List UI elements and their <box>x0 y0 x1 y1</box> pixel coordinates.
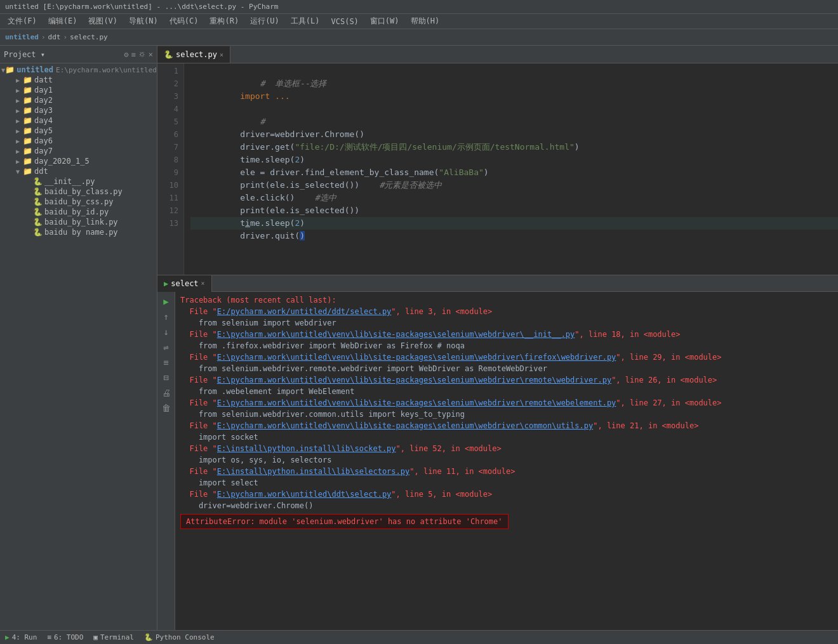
day7-icon: 📁 <box>23 147 32 155</box>
tab-label: select.py <box>176 50 217 59</box>
ddt-arrow: ▼ <box>13 168 23 175</box>
tab-close-button[interactable]: × <box>220 51 223 58</box>
ln-4: 4 <box>157 103 178 115</box>
sidebar-item-baidu-class[interactable]: ▶ 🐍 baidu_by_class.py <box>0 187 157 197</box>
run-status-icon: ▶ <box>5 633 10 641</box>
run-print-btn[interactable]: 🖨 <box>159 386 173 400</box>
output-line-1: Traceback (most recent call last): <box>180 294 833 306</box>
sidebar-item-day4[interactable]: ▶ 📁 day4 <box>0 115 157 126</box>
baidu-link-icon: 🐍 <box>33 218 43 227</box>
breadcrumb-folder[interactable]: ddt <box>48 33 61 41</box>
editor-tab-bar: 🐍 select.py × <box>157 46 838 63</box>
status-python-console[interactable]: 🐍 Python Console <box>144 633 215 641</box>
run-icon: ▶ <box>164 279 168 288</box>
sidebar-item-day2020[interactable]: ▶ 📁 day_2020_1_5 <box>0 156 157 166</box>
code-content[interactable]: # 单选框--选择 import ... # driver=webdriver.… <box>184 63 838 275</box>
sidebar-item-day7[interactable]: ▶ 📁 day7 <box>0 146 157 156</box>
run-play-btn[interactable]: ▶ <box>159 294 173 308</box>
menu-window[interactable]: 窗口(W) <box>365 15 404 28</box>
sidebar-item-day6[interactable]: ▶ 📁 day6 <box>0 136 157 146</box>
run-trash-btn[interactable]: 🗑 <box>159 401 173 415</box>
output-line-10: File "E:\pycharm.work\untitled\venv\lib\… <box>180 397 833 409</box>
sidebar-item-baidu-name[interactable]: ▶ 🐍 baidu by name.py <box>0 227 157 237</box>
output-line-13: import socket <box>180 431 833 443</box>
breadcrumb-file[interactable]: select.py <box>70 33 108 41</box>
output-line-18: File "E:\pycharm.work\untitled\ddt\selec… <box>180 489 833 500</box>
run-down-btn[interactable]: ↓ <box>159 325 173 339</box>
menu-vcs[interactable]: VCS(S) <box>326 16 364 27</box>
menu-code[interactable]: 代码(C) <box>164 15 204 28</box>
menu-nav[interactable]: 导航(N) <box>124 15 163 28</box>
run-tab-label: select <box>171 279 198 288</box>
run-tab-select[interactable]: ▶ select × <box>157 275 212 292</box>
todo-icon: ≡ <box>47 633 51 641</box>
status-run[interactable]: ▶ 4: Run <box>5 633 37 641</box>
close-sidebar-icon[interactable]: × <box>149 50 153 59</box>
day3-icon: 📁 <box>23 106 32 115</box>
root-arrow: ▼ <box>1 67 6 74</box>
menu-tools[interactable]: 工具(L) <box>286 15 325 28</box>
menu-run[interactable]: 运行(U) <box>245 15 284 28</box>
sidebar-item-baidu-link[interactable]: ▶ 🐍 baidu_by_link.py <box>0 217 157 227</box>
ddt-folder-icon: 📁 <box>23 167 32 176</box>
run-tab-close[interactable]: × <box>201 280 205 287</box>
datt-icon: 📁 <box>23 76 32 84</box>
day3-arrow: ▶ <box>13 107 23 114</box>
baidu-css-label: baidu_by_css.py <box>44 197 113 206</box>
output-line-8: File "E:\pycharm.work\untitled\venv\lib\… <box>180 374 833 386</box>
run-wrap-btn[interactable]: ⇌ <box>159 340 173 354</box>
ln-2: 2 <box>157 77 178 90</box>
ln-5: 5 <box>157 115 178 128</box>
day4-arrow: ▶ <box>13 117 23 124</box>
sidebar-item-ddt[interactable]: ▼ 📁 ddt <box>0 166 157 176</box>
menu-file[interactable]: 文件(F) <box>3 15 42 28</box>
baidu-class-label: baidu_by_class.py <box>44 187 123 196</box>
sidebar-item-day2[interactable]: ▶ 📁 day2 <box>0 95 157 105</box>
main-area: Project ▾ ⚙ ≡ ⛭ × ▼ 📁 untitled E:\pychar… <box>0 46 838 630</box>
output-line-12: File "E:\pycharm.work\untitled\venv\lib\… <box>180 420 833 431</box>
day2-icon: 📁 <box>23 96 32 105</box>
gear-icon[interactable]: ⛭ <box>138 50 146 59</box>
tab-icon: 🐍 <box>164 50 173 59</box>
sidebar-item-day1[interactable]: ▶ 📁 day1 <box>0 85 157 95</box>
filter-icon[interactable]: ≡ <box>131 50 136 59</box>
breadcrumb-project[interactable]: untitled <box>5 33 39 41</box>
sidebar-item-datt[interactable]: ▶ 📁 datt <box>0 75 157 85</box>
code-editor[interactable]: 1 2 3 4 5 6 7 8 9 10 11 12 13 # 单选框--选择 <box>157 63 838 275</box>
output-line-6: File "E:\pycharm.work\untitled\venv\lib\… <box>180 352 833 363</box>
terminal-icon: ▣ <box>93 633 98 641</box>
run-filter-btn[interactable]: ⊟ <box>159 371 173 384</box>
tree-root[interactable]: ▼ 📁 untitled E:\pycharm.work\untitled <box>0 65 157 75</box>
output-line-2: File "E:/pycharm.work/untitled/ddt/selec… <box>180 306 833 317</box>
status-todo[interactable]: ≡ 6: TODO <box>47 633 83 641</box>
output-line-3: from selenium import webdriver <box>180 317 833 329</box>
day6-label: day6 <box>34 136 53 145</box>
day1-icon: 📁 <box>23 86 32 95</box>
run-output: Traceback (most recent call last): File … <box>175 292 838 630</box>
menu-refactor[interactable]: 重构(R) <box>204 15 244 28</box>
root-folder-icon: 📁 <box>5 65 15 74</box>
project-label: Project ▾ <box>4 50 121 59</box>
output-line-15: import os, sys, io, selectors <box>180 454 833 466</box>
run-lines-btn[interactable]: ≡ <box>159 355 173 369</box>
ln-9: 9 <box>157 166 178 179</box>
datt-arrow: ▶ <box>13 77 23 84</box>
sidebar-item-day5[interactable]: ▶ 📁 day5 <box>0 126 157 136</box>
sidebar-item-baidu-css[interactable]: ▶ 🐍 baidu_by_css.py <box>0 197 157 207</box>
breadcrumb-sep2: › <box>63 33 67 41</box>
sidebar-item-init[interactable]: ▶ 🐍 __init__.py <box>0 176 157 187</box>
baidu-css-icon: 🐍 <box>33 197 43 206</box>
sidebar-item-baidu-id[interactable]: ▶ 🐍 baidu_by_id.py <box>0 207 157 217</box>
settings-icon[interactable]: ⚙ <box>124 50 128 59</box>
menu-help[interactable]: 帮助(H) <box>406 15 445 28</box>
menu-view[interactable]: 视图(V) <box>83 15 123 28</box>
sidebar-item-day3[interactable]: ▶ 📁 day3 <box>0 105 157 115</box>
menu-edit[interactable]: 编辑(E) <box>43 15 83 28</box>
tab-select-py[interactable]: 🐍 select.py × <box>157 46 230 63</box>
code-line-4: # <box>190 103 838 115</box>
status-terminal[interactable]: ▣ Terminal <box>93 633 134 641</box>
status-bar: ▶ 4: Run ≡ 6: TODO ▣ Terminal 🐍 Python C… <box>0 630 838 644</box>
run-up-btn[interactable]: ↑ <box>159 310 173 324</box>
output-attribute-error: AttributeError: module 'selenium.webdriv… <box>180 514 833 529</box>
python-console-icon: 🐍 <box>144 633 153 641</box>
